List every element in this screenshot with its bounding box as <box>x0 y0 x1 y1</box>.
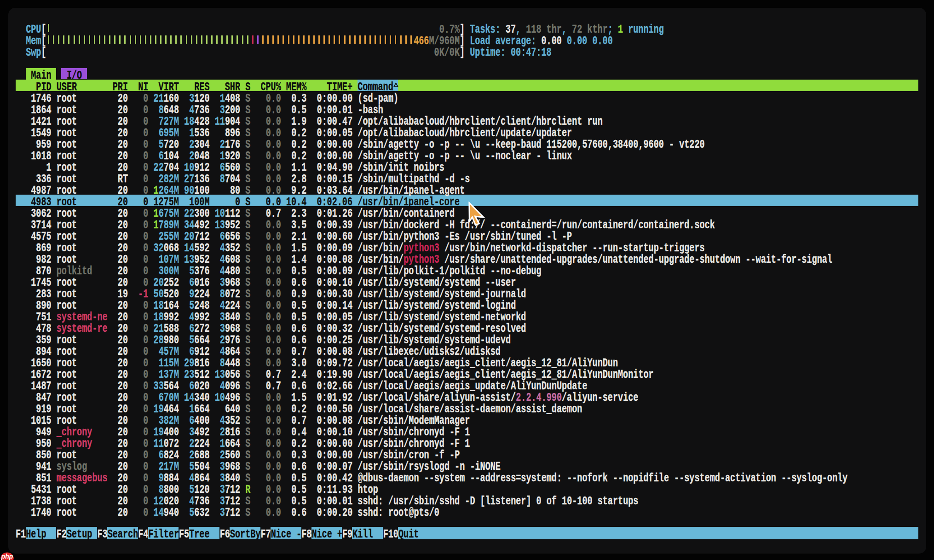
svg-text:php: php <box>1 553 13 560</box>
